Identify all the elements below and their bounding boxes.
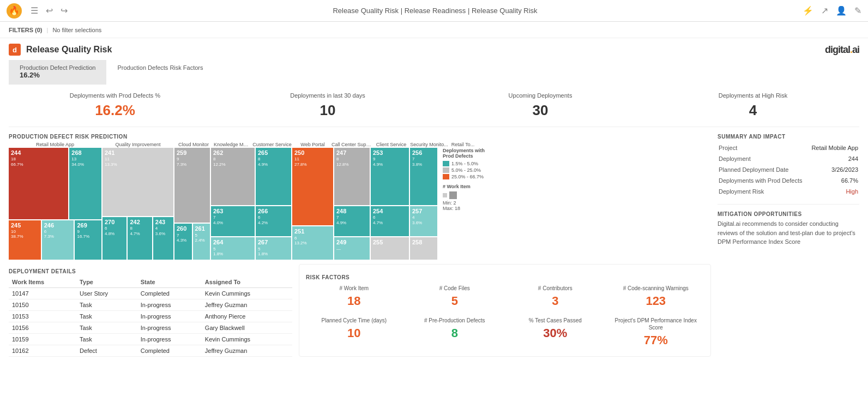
undo-icon[interactable]: ↩ <box>46 5 53 16</box>
tm-cell-260[interactable]: 260 7 4.3% <box>174 224 192 260</box>
summary-row-risk: Deployment Risk High <box>719 187 858 196</box>
summary-label-date: Planned Deployment Date <box>719 165 807 175</box>
kpi-value-2: 10 <box>221 102 434 119</box>
tm-cell-267[interactable]: 267 5 1.8% <box>256 237 291 260</box>
rf-value-testcases: 30% <box>507 326 604 340</box>
rf-codefiles: # Code Files 5 <box>407 285 503 308</box>
tm-cell-268[interactable]: 268 13 34.0% <box>69 148 101 219</box>
table-row[interactable]: 10153 Task In-progress Anthony Pierce <box>9 311 292 322</box>
tm-cell-254[interactable]: 254 6 4.7% <box>371 206 409 236</box>
rf-value-cycletime: 10 <box>306 326 402 340</box>
tm-cell-266[interactable]: 266 6 4.2% <box>256 206 291 236</box>
deployment-details-panel: DEPLOYMENT DETAILS Work Items Type State… <box>9 264 292 357</box>
main-content: d Release Quality Risk digital.ai Produc… <box>0 38 868 357</box>
tm-cell-241[interactable]: 241 11 13.3% <box>103 148 173 216</box>
treemap-col-0-bottom: 245 10 38.7% 246 6 7.3% 269 <box>9 220 101 260</box>
tm-cell-263[interactable]: 263 7 4.0% <box>211 206 255 236</box>
treemap-col-6: 247 8 12.8% 248 7 4.9% 249 — <box>334 148 370 260</box>
filter-bar: FILTERS (0) | No filter selections <box>0 22 868 38</box>
tm-cell-258[interactable]: 258 <box>410 237 437 260</box>
legend-gray: 5.0% - 25.0% <box>443 167 509 173</box>
page-header: d Release Quality Risk digital.ai <box>9 38 859 60</box>
tab-production-defect[interactable]: Production Defect Prediction 16.2% <box>9 60 106 85</box>
legend-max-label: Max: 18 <box>443 206 460 211</box>
deployment-section-title: DEPLOYMENT DETAILS <box>9 268 292 274</box>
tm-cell-247[interactable]: 247 8 12.8% <box>334 148 370 205</box>
treemap-col-7: 253 9 4.9% 254 6 4.7% 255 <box>371 148 409 260</box>
kpi-last30: Deployments in last 30 days 10 <box>221 92 434 119</box>
cell-assigned: Kevin Cummings <box>202 288 292 299</box>
deployment-table-head: Work Items Type State Assigned To <box>9 277 292 288</box>
rf-label-workitem: # Work Item <box>306 285 402 292</box>
tm-cell-246[interactable]: 246 6 7.3% <box>42 220 74 260</box>
mitigation-title: MITIGATION OPPORTUNITIES <box>718 211 859 217</box>
summary-title: SUMMARY AND IMPACT <box>718 134 859 140</box>
rf-value-codescan: 123 <box>608 294 704 308</box>
app-logo[interactable]: 🔥 <box>7 3 22 19</box>
tm-cell-243[interactable]: 243 4 3.6% <box>153 217 173 260</box>
cell-type: Task <box>76 322 137 334</box>
tm-cell-257[interactable]: 257 4 3.6% <box>410 206 437 236</box>
cell-type: Task <box>76 334 137 345</box>
edit-icon[interactable]: ✎ <box>854 5 861 16</box>
table-row[interactable]: 10147 User Story Completed Kevin Cumming… <box>9 288 292 299</box>
tm-cell-249[interactable]: 249 — <box>334 237 370 260</box>
col-header-workitems: Work Items <box>9 277 76 288</box>
col-header-7: Client Service <box>373 142 409 147</box>
tm-cell-270[interactable]: 270 6 4.8% <box>103 217 126 260</box>
legend-workitem-label: # Work Item <box>443 184 509 189</box>
treemap-col-4: 265 8 4.9% 266 6 4.2% 267 5 1.8% <box>256 148 291 260</box>
user-icon[interactable]: 👤 <box>836 5 847 16</box>
share-icon[interactable]: ↗ <box>821 5 828 16</box>
menu-icon[interactable]: ☰ <box>31 5 38 16</box>
kpi-high-risk: Deployments at High Risk 4 <box>647 92 859 119</box>
tm-cell-265[interactable]: 265 8 4.9% <box>256 148 291 205</box>
tm-cell-255[interactable]: 255 <box>371 237 409 260</box>
risk-factors-title: RISK FACTORS <box>306 274 704 280</box>
rf-label-contributors: # Contributors <box>507 285 604 292</box>
right-panel: SUMMARY AND IMPACT Project Retail Mobile… <box>718 129 859 357</box>
treemap-col-0-top: 244 18 66.7% 268 13 34.0% <box>9 148 101 219</box>
tm-cell-261[interactable]: 261 5 2.4% <box>193 224 210 260</box>
tm-cell-253[interactable]: 253 9 4.9% <box>371 148 409 205</box>
table-row[interactable]: 10162 Defect Completed Jeffrey Guzman <box>9 345 292 357</box>
tm-cell-248[interactable]: 248 7 4.9% <box>334 206 370 236</box>
rf-label-preprod: # Pre-Production Defects <box>407 317 503 324</box>
filter-label[interactable]: FILTERS (0) <box>9 27 43 33</box>
treemap-wrapper: Retail Mobile App Quality Improvement Cl… <box>9 142 711 260</box>
cell-workitem: 10156 <box>9 322 76 334</box>
tm-cell-245[interactable]: 245 10 38.7% <box>9 220 41 260</box>
table-row[interactable]: 10159 Task In-progress Kevin Cummings <box>9 334 292 345</box>
company-logo: digital.ai <box>825 44 859 56</box>
summary-value-project: Retail Mobile App <box>809 143 858 153</box>
filter-divider: | <box>47 27 49 33</box>
rf-contributors: # Contributors 3 <box>507 285 604 308</box>
tm-cell-262[interactable]: 262 8 12.2% <box>211 148 255 205</box>
summary-label-prod-defects: Deployments with Prod Defects <box>719 176 807 185</box>
treemap-col-5: 250 11 27.8% 251 6 13.2% <box>292 148 333 260</box>
legend-deploy-label: Deployments withProd Defects <box>443 148 509 159</box>
tm-cell-250[interactable]: 250 11 27.8% <box>292 148 333 225</box>
legend-size <box>443 191 509 199</box>
tm-cell-264[interactable]: 264 5 1.8% <box>211 237 255 260</box>
tab-risk-factors[interactable]: Production Defects Risk Factors <box>106 60 214 85</box>
tm-cell-242[interactable]: 242 8 4.7% <box>128 217 152 260</box>
cell-workitem: 10159 <box>9 334 76 345</box>
tm-cell-244[interactable]: 244 18 66.7% <box>9 148 68 219</box>
treemap-col-headers: Retail Mobile App Quality Improvement Cl… <box>9 142 711 147</box>
tm-cell-269[interactable]: 269 9 16.7% <box>75 220 101 260</box>
tm-cell-259[interactable]: 259 9 7.3% <box>174 148 210 223</box>
table-row[interactable]: 10150 Task In-progress Jeffrey Guzman <box>9 299 292 311</box>
tm-cell-256[interactable]: 256 7 3.8% <box>410 148 437 205</box>
redo-icon[interactable]: ↪ <box>61 5 68 16</box>
filter-icon[interactable]: ⚡ <box>803 5 813 16</box>
deployment-table-body: 10147 User Story Completed Kevin Cumming… <box>9 288 292 357</box>
tm-cell-251[interactable]: 251 6 13.2% <box>292 226 333 260</box>
kpi-row: Deployments with Prod Defects % 16.2% De… <box>9 85 859 127</box>
legend-size-min <box>443 193 447 197</box>
mitigation-section: MITIGATION OPPORTUNITIES Digital.ai reco… <box>718 211 859 253</box>
cell-assigned: Gary Blackwell <box>202 322 292 334</box>
cell-state: In-progress <box>137 322 202 334</box>
tab-bar: Production Defect Prediction 16.2% Produ… <box>9 60 859 85</box>
table-row[interactable]: 10156 Task In-progress Gary Blackwell <box>9 322 292 334</box>
